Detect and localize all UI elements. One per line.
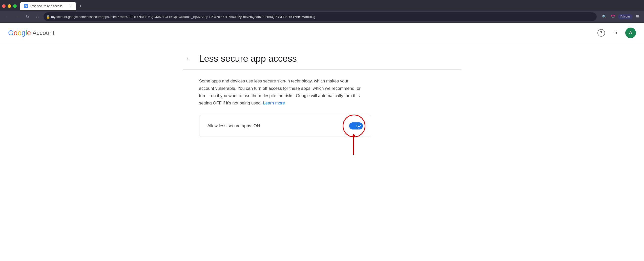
toggle-switch[interactable]: [349, 122, 363, 129]
tab-title: Less secure app access: [30, 4, 66, 8]
search-icon[interactable]: 🔍: [601, 13, 608, 20]
back-button[interactable]: ←: [183, 53, 194, 64]
google-logo: Google Account: [8, 29, 54, 37]
browser-actions: 🔍 🛡 Private ☰: [601, 13, 641, 20]
avatar-letter: A: [629, 30, 632, 35]
apps-grid-icon: ⠿: [614, 30, 618, 36]
help-button[interactable]: ?: [596, 28, 607, 38]
help-icon: ?: [597, 29, 605, 37]
refresh-button[interactable]: ↻: [23, 13, 31, 21]
close-button[interactable]: [2, 4, 6, 8]
arrow-annotation: [352, 134, 356, 155]
learn-more-link[interactable]: Learn more: [263, 101, 285, 105]
description-section: Some apps and devices use less secure si…: [183, 78, 380, 107]
back-nav-button[interactable]: ←: [3, 13, 11, 21]
tab-close-button[interactable]: ✕: [68, 4, 72, 8]
toggle-checkmark: [357, 123, 362, 129]
private-badge: Private: [618, 14, 632, 19]
address-input[interactable]: [44, 12, 597, 21]
account-label: Account: [32, 29, 54, 36]
toggle-wrapper: [349, 122, 363, 129]
new-tab-button[interactable]: +: [77, 3, 84, 10]
back-arrow-icon: ←: [186, 55, 191, 62]
address-bar: ← → ↻ ⌂ 🔒 🔍 🛡 Private ☰: [0, 11, 644, 23]
address-bar-container[interactable]: 🔒: [44, 12, 597, 21]
shield-icon[interactable]: 🛡: [609, 13, 617, 20]
toggle-label: Allow less secure apps: ON: [207, 123, 260, 128]
arrow-line: [353, 137, 354, 155]
active-tab[interactable]: G Less secure app access ✕: [20, 2, 76, 10]
maximize-button[interactable]: [13, 4, 17, 8]
page-content: Google Account ? ⠿ A ← Less secure ap: [0, 23, 644, 261]
apps-button[interactable]: ⠿: [611, 28, 621, 38]
home-button[interactable]: ⌂: [33, 13, 41, 21]
page-body: ← Less secure app access Some apps and d…: [183, 43, 461, 137]
page-title: Less secure app access: [199, 53, 297, 64]
account-avatar[interactable]: A: [625, 28, 636, 38]
google-wordmark: Google: [8, 29, 31, 37]
header-divider: [183, 69, 461, 70]
window-controls: [2, 4, 17, 8]
page-heading-row: ← Less secure app access: [183, 43, 461, 69]
browser-chrome: G Less secure app access ✕ + ← → ↻ ⌂ 🔒 🔍…: [0, 0, 644, 23]
toggle-area: [349, 122, 363, 129]
tab-bar: G Less secure app access ✕ +: [0, 0, 644, 11]
google-header: Google Account ? ⠿ A: [0, 23, 644, 43]
arrow-head-icon: [352, 134, 356, 137]
header-actions: ? ⠿ A: [596, 28, 636, 38]
checkmark-icon: [358, 125, 361, 127]
lock-icon: 🔒: [46, 15, 50, 19]
description-text: Some apps and devices use less secure si…: [199, 78, 364, 107]
tab-favicon: G: [24, 4, 28, 8]
toggle-card: Allow less secure apps: ON: [199, 115, 371, 137]
minimize-button[interactable]: [8, 4, 11, 8]
forward-nav-button[interactable]: →: [13, 13, 21, 21]
menu-button[interactable]: ☰: [633, 13, 641, 20]
